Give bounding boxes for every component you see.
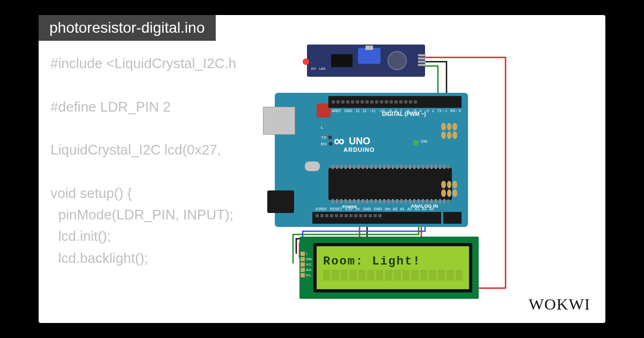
bottom-pin-labels: IOREFRESET3.3V5VGNDGNDVinA0A1A2A3A4A5 (316, 207, 434, 211)
code-line: void setup() { (50, 185, 132, 201)
code-line: lcd.init(); (50, 228, 111, 244)
icsp-header-2 (441, 181, 457, 197)
code-line: #define LDR_PIN 2 (50, 99, 171, 115)
ldr-sensor-module[interactable]: DO LED (307, 45, 425, 77)
tx-rx-labels: TX RX (321, 135, 332, 148)
code-line: #include <LiquidCrystal_I2C.h (50, 55, 236, 71)
project-card: photoresistor-digital.ino #include <Liqu… (39, 15, 605, 323)
l-led-label: L (321, 125, 323, 130)
power-jack-icon (267, 190, 294, 213)
arduino-uno-board[interactable]: AREFGND1312~11~10~987~6~54~32TX→1RX←0 DI… (275, 93, 468, 227)
lcd-line-1: Room: Light! (323, 255, 463, 269)
arduino-brand-text: ARDUINO (343, 146, 375, 153)
board-name: UNO (349, 136, 370, 147)
filename-tab: photoresistor-digital.ino (39, 15, 216, 41)
sensor-pin-header (418, 54, 426, 66)
crystal-oscillator-icon (305, 161, 320, 171)
code-line: pinMode(LDR_PIN, INPUT); (50, 207, 233, 223)
lcd-pin-header: 1 GND VCC SDA SCL (301, 252, 312, 277)
lcd-i2c-module[interactable]: 1 GND VCC SDA SCL Room: Light! (299, 237, 479, 299)
code-line: lcd.backlight(); (50, 250, 148, 266)
aux-pin-header (443, 212, 462, 224)
icsp-header-1 (441, 123, 457, 139)
on-led-label: ON (421, 139, 427, 144)
infinity-icon: ∞ (334, 134, 345, 149)
ldr-icon[interactable] (387, 51, 407, 70)
sensor-led-icon (303, 58, 309, 65)
atmega-chip-icon (328, 168, 452, 200)
sensor-potentiometer[interactable] (358, 48, 380, 64)
digital-section-label: DIGITAL (PWM ~) (382, 111, 426, 117)
lcd-line-2 (323, 270, 463, 281)
wokwi-logo: WOKWI (529, 295, 590, 313)
code-line: LiquidCrystal_I2C lcd(0x27, (50, 142, 221, 158)
digital-pin-header[interactable] (328, 96, 462, 108)
on-led-icon (413, 140, 419, 145)
circuit-canvas[interactable]: DO LED AREFGND1312~11~10~987~6~54~32TX→1… (253, 45, 532, 297)
code-editor[interactable]: #include <LiquidCrystal_I2C.h #define LD… (50, 53, 236, 269)
usb-port-icon (263, 107, 295, 135)
sensor-comparator-chip (331, 54, 353, 67)
filename-text: photoresistor-digital.ino (49, 19, 205, 36)
sensor-silk-labels: DO LED (311, 67, 326, 70)
lcd-screen: Room: Light! (313, 243, 472, 292)
wire-do (425, 66, 442, 96)
power-analog-pin-header[interactable] (312, 212, 441, 224)
